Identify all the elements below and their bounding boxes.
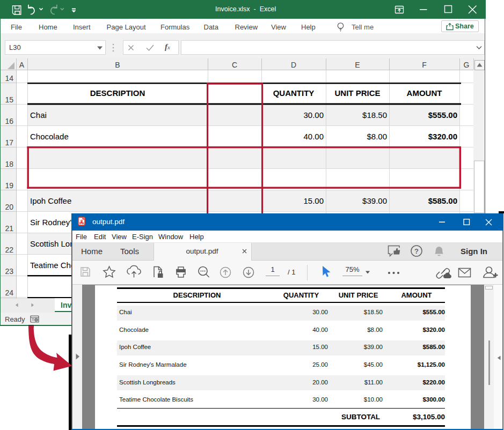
svg-text:?: ?: [414, 247, 419, 255]
